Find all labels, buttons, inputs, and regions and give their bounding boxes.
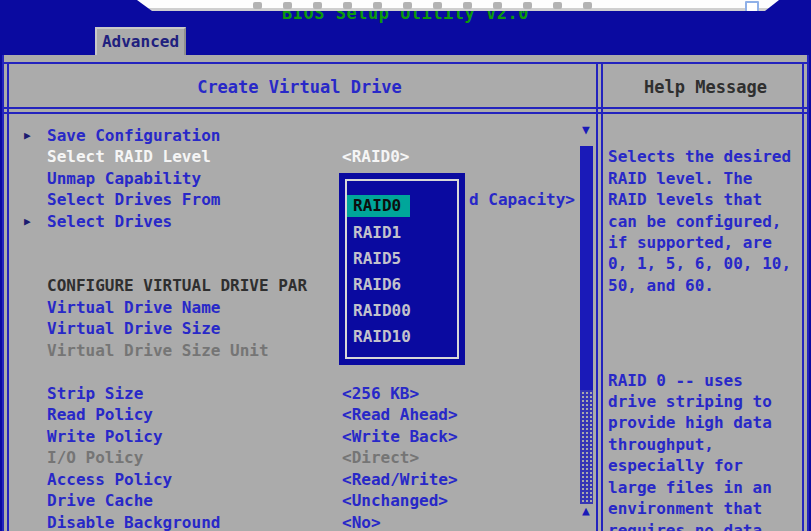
toolbar-icon[interactable]	[313, 2, 322, 9]
menu-item-label: Save Configuration	[47, 126, 220, 145]
menu-item-label: Select Drives	[47, 212, 172, 231]
menu-item-value: <Unchanged>	[342, 491, 448, 510]
scrollbar-thumb[interactable]	[580, 146, 593, 390]
dropdown-option-raid5[interactable]: RAID5	[353, 249, 401, 271]
main-panel: Create Virtual Drive Help Message ▶ Save…	[2, 55, 809, 531]
menu-item-value: <RAID0>	[342, 147, 409, 166]
menu-item-value: <No>	[342, 513, 381, 531]
dropdown-option-raid1[interactable]: RAID1	[353, 223, 401, 245]
toolbar-icon[interactable]	[553, 2, 562, 9]
panel-divider-line	[601, 62, 603, 531]
menu-item-label: Strip Size	[47, 384, 143, 403]
menu-item-label: Virtual Drive Name	[47, 298, 220, 317]
toolbar-icon[interactable]	[523, 2, 532, 9]
help-paragraph: Selects the desired RAID level. The RAID…	[608, 146, 808, 296]
submenu-arrow-icon: ▶	[24, 215, 31, 228]
dropdown-option-raid0[interactable]: RAID0	[347, 195, 410, 217]
scroll-up-icon[interactable]: ▲	[578, 504, 594, 518]
menu-item-label: Write Policy	[47, 427, 163, 446]
scrollbar-track[interactable]	[580, 390, 593, 504]
menu-item-value: <Direct>	[342, 448, 419, 467]
menu-item-virtual-drive-size-unit: Virtual Drive Size Unit	[4, 341, 576, 362]
menu-item-label: Unmap Capability	[47, 169, 201, 188]
section-header-configure-vd: CONFIGURE VIRTUAL DRIVE PAR	[4, 276, 576, 297]
toolbar-icon[interactable]	[403, 2, 412, 9]
menu-item-drive-cache[interactable]: Drive Cache <Unchanged>	[4, 491, 576, 512]
toolbar-icon[interactable]	[253, 2, 262, 9]
menu-item-label: Select RAID Level	[47, 147, 211, 166]
menu-item-strip-size[interactable]: Strip Size <256 KB>	[4, 384, 576, 405]
menu-item-access-policy[interactable]: Access Policy <Read/Write>	[4, 470, 576, 491]
menu-item-value: d Capacity>	[469, 190, 575, 209]
dropdown-option-raid10[interactable]: RAID10	[353, 327, 411, 349]
menu-item-disable-background[interactable]: Disable Background <No>	[4, 513, 576, 531]
toolbar-icon[interactable]	[373, 2, 382, 9]
toolbar-icon[interactable]	[283, 2, 292, 9]
menu-item-label: Disable Background	[47, 513, 220, 531]
viewer-toolbar	[137, 0, 779, 11]
menu-item-virtual-drive-size[interactable]: Virtual Drive Size	[4, 319, 576, 340]
dropdown-option-raid00[interactable]: RAID00	[353, 301, 411, 323]
section-header-label: CONFIGURE VIRTUAL DRIVE PAR	[47, 276, 307, 295]
menu-item-read-policy[interactable]: Read Policy <Read Ahead>	[4, 405, 576, 426]
menu-item-label: Drive Cache	[47, 491, 153, 510]
menu-item-select-drives[interactable]: ▶ Select Drives	[4, 212, 576, 233]
dropdown-option-raid6[interactable]: RAID6	[353, 275, 401, 297]
header-separator-line	[4, 112, 807, 114]
menu-item-write-policy[interactable]: Write Policy <Write Back>	[4, 427, 576, 448]
help-panel-title: Help Message	[604, 77, 807, 97]
help-paragraph: RAID 0 -- uses drive striping to provide…	[608, 370, 808, 531]
toolbar-icon[interactable]	[433, 2, 442, 9]
scroll-down-icon[interactable]: ▼	[578, 123, 594, 137]
raid-level-dropdown: RAID0 RAID1 RAID5 RAID6 RAID00 RAID10	[339, 173, 465, 365]
menu-item-unmap-capability[interactable]: Unmap Capability	[4, 169, 576, 190]
menu-item-label: Select Drives From	[47, 190, 220, 209]
menu-item-label: Read Policy	[47, 405, 153, 424]
submenu-arrow-icon: ▶	[24, 129, 31, 142]
menu-item-value: <256 KB>	[342, 384, 419, 403]
menu-item-label: Virtual Drive Size Unit	[47, 341, 269, 360]
toolbar-icon[interactable]	[583, 2, 592, 9]
tab-advanced[interactable]: Advanced	[95, 27, 186, 55]
menu-item-label: Virtual Drive Size	[47, 319, 220, 338]
menu-item-label: I/O Policy	[47, 448, 143, 467]
toolbar-icon[interactable]	[343, 2, 352, 9]
menu-item-io-policy: I/O Policy <Direct>	[4, 448, 576, 469]
help-message-body: Selects the desired RAID level. The RAID…	[608, 125, 808, 531]
page-title: Create Virtual Drive	[4, 77, 595, 97]
menu-item-label: Access Policy	[47, 470, 172, 489]
menu-item-select-drives-from[interactable]: Select Drives From d Capacity>	[4, 190, 576, 211]
panel-top-line	[4, 62, 807, 64]
header-separator-line	[4, 107, 807, 109]
menu-item-value: <Read Ahead>	[342, 405, 458, 424]
menu-item-virtual-drive-name[interactable]: Virtual Drive Name	[4, 298, 576, 319]
toolbar-icon[interactable]	[493, 2, 502, 9]
bios-screen: BIOS Setup Utility V2.0 Advanced Create …	[0, 0, 811, 531]
panel-divider-line	[596, 62, 598, 531]
menu-item-select-raid-level[interactable]: Select RAID Level <RAID0>	[4, 147, 576, 168]
toolbar-icon[interactable]	[463, 2, 472, 9]
menu-item-save-configuration[interactable]: ▶ Save Configuration	[4, 126, 576, 147]
menu-item-value: <Write Back>	[342, 427, 458, 446]
menu-item-value: <Read/Write>	[342, 470, 458, 489]
